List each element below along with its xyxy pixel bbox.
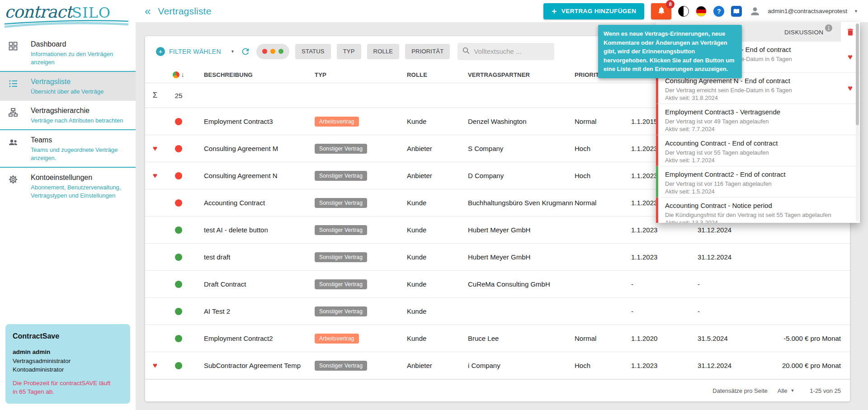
- contract-partner: D Company: [468, 172, 575, 179]
- contract-description[interactable]: test AI - delete button: [192, 226, 315, 234]
- add-filter-icon: +: [156, 47, 165, 56]
- contract-type-tag: Sonstiger Vertrag: [315, 225, 367, 235]
- search-input[interactable]: [474, 47, 546, 55]
- contract-description[interactable]: SubContractor Agreement Temp: [192, 362, 315, 369]
- contract-role: Anbieter: [407, 172, 468, 179]
- add-contract-label: VERTRAG HINZUFÜGEN: [561, 8, 636, 14]
- reminder-message: Der Vertrag ist vor 116 Tagen abgelaufen: [665, 180, 837, 187]
- panel-scrollbar-thumb[interactable]: [856, 24, 859, 125]
- table-row[interactable]: ♥ Draft Contract Sonstiger Vertrag Kunde…: [145, 271, 850, 298]
- pagination-range: 1-25 von 25: [810, 387, 841, 394]
- contract-description[interactable]: test draft: [192, 253, 315, 261]
- favorite-heart-icon[interactable]: ♥: [848, 52, 853, 62]
- table-row[interactable]: ♥ test draft Sonstiger Vertrag Kunde Hub…: [145, 244, 850, 271]
- filter-chip[interactable]: PRIORITÄT: [405, 44, 450, 59]
- filter-chip[interactable]: STATUS: [295, 44, 331, 59]
- table-row[interactable]: ♥ SubContractor Agreement Temp Sonstiger…: [145, 352, 850, 379]
- filter-chip[interactable]: ROLLE: [367, 44, 400, 59]
- contract-type-tag: Sonstiger Vertrag: [315, 198, 367, 208]
- contract-description[interactable]: Accounting Contract: [192, 199, 315, 207]
- reminder-item[interactable]: Accounting Contract - End of contract De…: [656, 135, 860, 166]
- reminders-count-badge: 8: [666, 0, 675, 9]
- favorite-heart-icon[interactable]: ♥: [153, 171, 157, 180]
- sidebar-item-vertragshierarchie[interactable]: Vertragshierarchie Verträge nach Attribu…: [0, 101, 136, 130]
- per-page-select[interactable]: Alle ▼: [778, 387, 795, 394]
- contract-end-date: 31.12.2024: [698, 362, 772, 369]
- panel-scrollbar[interactable]: [856, 24, 859, 221]
- manual-book-icon[interactable]: [731, 6, 742, 17]
- contract-description[interactable]: Consulting Agreement N: [192, 172, 315, 179]
- favorite-heart-icon[interactable]: ♥: [153, 144, 157, 153]
- chevron-down-icon: ▼: [231, 49, 235, 54]
- per-page-value: Alle: [778, 387, 788, 394]
- contract-description[interactable]: Employment Contract2: [192, 335, 315, 342]
- reminder-message: Die Kündigungsfrist für den Vertrag ist …: [665, 212, 837, 218]
- user-avatar[interactable]: [749, 5, 761, 17]
- contract-description[interactable]: AI Test 2: [192, 307, 315, 315]
- contract-partner: Hubert Meyer GmbH: [468, 253, 575, 261]
- tab-diskussion[interactable]: DISKUSSION: [784, 28, 823, 35]
- header-vertragspartner[interactable]: VERTRAGSPARTNER: [468, 71, 575, 78]
- language-flag-icon[interactable]: [696, 6, 707, 17]
- favorite-heart-icon[interactable]: ♥: [848, 84, 853, 93]
- table-row[interactable]: ♥ Employment Contract2 Arbeitsvertrag Ku…: [145, 325, 850, 352]
- choose-filter-dropdown[interactable]: + FILTER WÄHLEN ▼: [156, 47, 235, 56]
- reminder-item[interactable]: Employment Contract3 - Vertragsende Der …: [656, 104, 860, 135]
- sidebar-item-kontoeinstellungen[interactable]: Kontoeinstellungen Abonnement, Benutzerv…: [0, 168, 136, 204]
- header-beschreibung[interactable]: BESCHREIBUNG: [192, 71, 315, 78]
- red-dot-icon: [262, 49, 267, 54]
- contract-priority: Hoch: [575, 172, 631, 179]
- dark-mode-toggle-icon[interactable]: [678, 6, 689, 17]
- reminder-active-since: Aktiv seit: 13.3.2024: [665, 219, 840, 223]
- reminders-bell-button[interactable]: 8: [651, 3, 671, 19]
- contract-start-date: 1.1.2023: [631, 362, 698, 369]
- sidebar-item-subtitle: Verträge nach Attributen betrachten: [31, 117, 128, 125]
- per-page-label: Datensätze pro Seite: [712, 387, 767, 394]
- sidebar-item-subtitle: Informationen zu den Verträgen anzeigen: [31, 50, 128, 66]
- contract-priority: Hoch: [575, 145, 631, 152]
- refresh-icon[interactable]: [241, 47, 250, 57]
- account-user-name: admin admin: [13, 349, 123, 355]
- contract-role: Kunde: [407, 335, 468, 342]
- filter-chip[interactable]: TYP: [337, 44, 361, 59]
- header-typ[interactable]: TYP: [315, 71, 407, 78]
- add-contract-button[interactable]: + VERTRAG HINZUFÜGEN: [543, 3, 644, 19]
- sidebar-item-vertragsliste[interactable]: Vertragsliste Übersicht über alle Verträ…: [0, 72, 136, 101]
- contract-role: Anbieter: [407, 362, 468, 369]
- reminders-tooltip: Wenn es neue Vertrags-Erinnerungen, neue…: [598, 25, 742, 78]
- header-rolle[interactable]: ROLLE: [407, 71, 468, 78]
- contract-partner: i Company: [468, 362, 575, 369]
- status-sort-header[interactable]: ↓: [165, 71, 192, 78]
- user-menu-caret-icon[interactable]: ▼: [854, 9, 858, 14]
- logo-swoosh-icon: [3, 20, 130, 31]
- contract-role: Kunde: [407, 307, 468, 315]
- sidebar-menu: Dashboard Informationen zu den Verträgen…: [0, 31, 136, 204]
- choose-filter-label: FILTER WÄHLEN: [169, 48, 221, 55]
- reminder-active-since: Aktiv seit: 1.7.2024: [665, 157, 840, 164]
- contract-end-date: 31.12.2024: [698, 226, 772, 234]
- reminder-item[interactable]: Accounting Contract - Notice period Die …: [656, 198, 860, 223]
- contract-description[interactable]: Consulting Agreement M: [192, 145, 315, 152]
- sidebar-item-dashboard[interactable]: Dashboard Informationen zu den Verträgen…: [0, 34, 136, 71]
- status-dot: [175, 199, 182, 207]
- contract-description[interactable]: Employment Contract3: [192, 118, 315, 125]
- favorite-heart-icon[interactable]: ♥: [153, 361, 157, 370]
- contract-description[interactable]: Draft Contract: [192, 280, 315, 288]
- trial-notice: Die Probezeit für contractSAVE läuft in …: [13, 379, 117, 396]
- account-info-card: ContractSave admin admin Vertragsadminis…: [5, 324, 130, 404]
- reminder-active-since: Aktiv seit: 31.8.2024: [665, 94, 840, 101]
- logo-text-silo: SILO: [72, 4, 111, 21]
- status-traffic-light-filter[interactable]: [256, 44, 289, 59]
- table-row[interactable]: ♥ AI Test 2 Sonstiger Vertrag Kunde - -: [145, 298, 850, 325]
- hierarchy-icon: [8, 107, 27, 125]
- account-card-title: ContractSave: [13, 332, 123, 340]
- contract-partner: Bruce Lee: [468, 335, 575, 342]
- topbar: « Vertragsliste + VERTRAG HINZUFÜGEN 8 ?: [136, 0, 868, 22]
- contract-type-tag: Arbeitsvertrag: [315, 334, 359, 344]
- reminder-item[interactable]: Employment Contract2 - End of contract D…: [656, 166, 860, 198]
- sidebar-item-title: Vertragsliste: [31, 78, 129, 86]
- contract-value: 20.000 € pro Monat: [772, 362, 850, 369]
- sidebar-item-teams[interactable]: Teams Teams und zugeordnete Verträge anz…: [0, 130, 136, 167]
- sidebar-collapse-button[interactable]: «: [145, 6, 151, 17]
- help-icon[interactable]: ?: [713, 6, 724, 17]
